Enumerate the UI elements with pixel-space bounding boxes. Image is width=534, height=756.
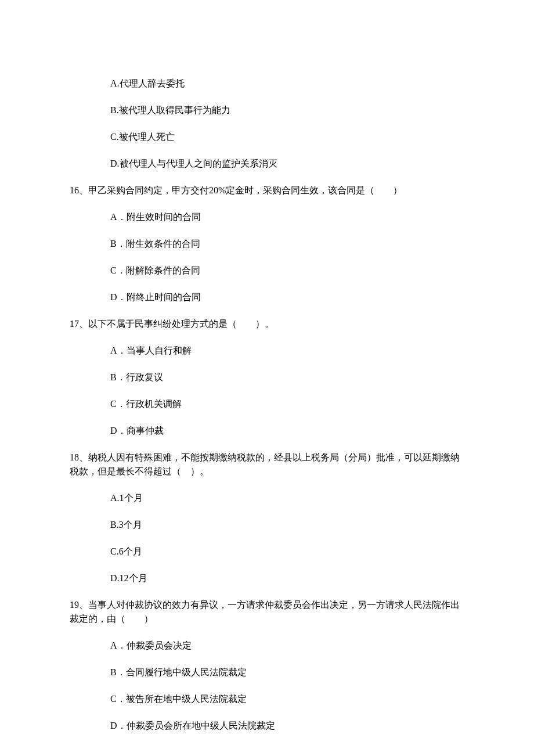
q15-option-b: B.被代理人取得民事行为能力 bbox=[110, 103, 464, 117]
q15-option-d: D.被代理人与代理人之间的监护关系消灭 bbox=[110, 157, 464, 171]
q18-stem: 18、纳税人因有特殊困难，不能按期缴纳税款的，经县以上税务局（分局）批准，可以延… bbox=[70, 451, 464, 478]
q17-option-c: C．行政机关调解 bbox=[110, 397, 464, 411]
q16-option-a: A．附生效时间的合同 bbox=[110, 210, 464, 224]
q16-option-b: B．附生效条件的合同 bbox=[110, 237, 464, 251]
q17-option-b: B．行政复议 bbox=[110, 370, 464, 384]
q19-option-a: A．仲裁委员会决定 bbox=[110, 639, 464, 653]
q17-option-a: A．当事人自行和解 bbox=[110, 344, 464, 358]
q19-option-c: C．被告所在地中级人民法院裁定 bbox=[110, 692, 464, 706]
q17-stem: 17、以下不属于民事纠纷处理方式的是（ ）。 bbox=[70, 317, 464, 331]
q18-option-d: D.12个月 bbox=[110, 571, 464, 585]
q19-stem: 19、当事人对仲裁协议的效力有异议，一方请求仲裁委员会作出决定，另一方请求人民法… bbox=[70, 598, 464, 626]
q19-option-b: B．合同履行地中级人民法院裁定 bbox=[110, 665, 464, 679]
q18-option-a: A.1个月 bbox=[110, 491, 464, 505]
q19-option-d: D．仲裁委员会所在地中级人民法院裁定 bbox=[110, 719, 464, 733]
q16-option-d: D．附终止时间的合同 bbox=[110, 290, 464, 304]
exam-page: A.代理人辞去委托 B.被代理人取得民事行为能力 C.被代理人死亡 D.被代理人… bbox=[0, 0, 534, 756]
q16-stem: 16、甲乙采购合同约定，甲方交付20%定金时，采购合同生效，该合同是（ ） bbox=[70, 183, 464, 197]
q18-option-c: C.6个月 bbox=[110, 545, 464, 559]
q15-option-c: C.被代理人死亡 bbox=[110, 130, 464, 144]
q16-option-c: C．附解除条件的合同 bbox=[110, 264, 464, 278]
q18-option-b: B.3个月 bbox=[110, 518, 464, 532]
q17-option-d: D．商事仲裁 bbox=[110, 424, 464, 438]
q15-option-a: A.代理人辞去委托 bbox=[110, 77, 464, 91]
